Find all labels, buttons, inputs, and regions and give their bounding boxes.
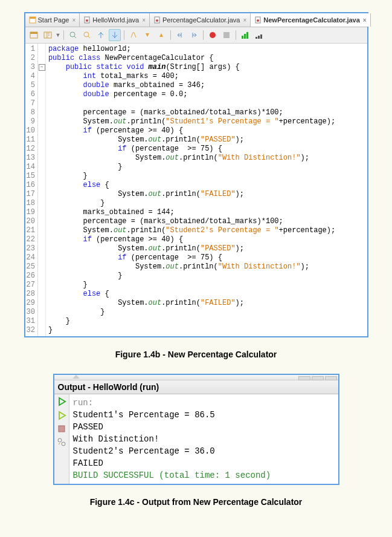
svg-rect-21 xyxy=(59,426,65,432)
close-icon[interactable]: × xyxy=(142,17,146,24)
svg-point-7 xyxy=(257,19,259,22)
zoom-back-icon[interactable] xyxy=(67,29,79,41)
line-gutter: 1234567891011121314151617181920212223242… xyxy=(25,44,38,336)
svg-point-5 xyxy=(156,19,158,22)
svg-point-3 xyxy=(86,19,88,22)
java-file-icon xyxy=(153,16,161,24)
selection-up-icon[interactable] xyxy=(155,29,167,41)
uncomment-icon[interactable] xyxy=(253,29,265,41)
dropdown-arrow-icon[interactable]: ▼ xyxy=(56,32,61,38)
svg-rect-16 xyxy=(244,34,246,39)
svg-point-13 xyxy=(210,32,216,38)
fold-column: − xyxy=(38,44,46,336)
output-line: With Distinction! xyxy=(73,433,335,445)
tab-percentagecalculator-java[interactable]: PercentageCalculator.java× xyxy=(150,13,251,27)
stop-macro-icon[interactable] xyxy=(220,29,233,41)
code-area: 1234567891011121314151617181920212223242… xyxy=(25,44,367,336)
svg-point-12 xyxy=(84,32,89,37)
rerun-alt-icon[interactable] xyxy=(57,411,66,422)
tab-label: PercentageCalculator.java xyxy=(162,16,240,24)
svg-rect-20 xyxy=(260,34,262,39)
svg-rect-1 xyxy=(30,17,36,19)
selection-down-icon[interactable] xyxy=(141,29,153,41)
output-text: run:Student1's Percentage = 86.5PASSEDWi… xyxy=(69,394,338,484)
editor-window: Start Page×HelloWorld.java×PercentageCal… xyxy=(24,12,368,337)
svg-rect-19 xyxy=(258,36,260,39)
prev-bookmark-icon[interactable] xyxy=(95,29,107,41)
tab-newpercentagecalculator-java[interactable]: NewPercentageCalculator.java× xyxy=(251,13,370,27)
tab-label: HelloWorld.java xyxy=(92,16,139,24)
output-line: BUILD SUCCESSFUL (total time: 1 second) xyxy=(73,469,335,481)
output-title: Output - HelloWorld (run) xyxy=(54,380,338,394)
tabstrip: Start Page×HelloWorld.java×PercentageCal… xyxy=(25,13,367,27)
source-code[interactable]: package helloworld; public class NewPerc… xyxy=(46,44,367,336)
svg-rect-15 xyxy=(242,36,243,39)
record-macro-icon[interactable] xyxy=(207,29,219,41)
output-line: Student2's Percentage = 36.0 xyxy=(73,445,335,457)
source-icon[interactable] xyxy=(28,29,40,41)
toggle-highlight-icon[interactable] xyxy=(127,29,140,41)
svg-rect-18 xyxy=(255,37,257,39)
output-side-icons xyxy=(54,394,69,484)
java-file-icon xyxy=(83,16,91,24)
comment-icon[interactable] xyxy=(239,29,251,41)
fold-toggle-icon[interactable]: − xyxy=(39,64,45,71)
output-line: FAILED xyxy=(73,457,335,469)
caption-1-4c: Figure 1.4c - Output from New Percentage… xyxy=(12,497,380,507)
settings-icon[interactable] xyxy=(57,437,66,449)
history-icon[interactable] xyxy=(42,29,54,41)
rerun-icon[interactable] xyxy=(57,397,66,408)
output-line: Student1's Percentage = 86.5 xyxy=(73,409,335,421)
java-file-icon xyxy=(254,16,262,24)
svg-rect-14 xyxy=(223,32,230,38)
svg-rect-17 xyxy=(246,32,248,39)
svg-point-11 xyxy=(70,32,75,37)
svg-rect-9 xyxy=(30,32,37,34)
editor-toolbar: ▼ xyxy=(25,27,367,44)
output-window: Output - HelloWorld (run) run:Student1's… xyxy=(53,374,339,485)
close-icon[interactable]: × xyxy=(72,17,76,24)
tab-label: NewPercentageCalculator.java xyxy=(263,16,360,24)
page-icon xyxy=(29,16,36,24)
shift-left-icon[interactable] xyxy=(174,29,186,41)
shift-right-icon[interactable] xyxy=(188,29,200,41)
tab-label: Start Page xyxy=(38,16,69,24)
tab-start-page[interactable]: Start Page× xyxy=(25,13,80,27)
svg-point-22 xyxy=(58,438,62,442)
close-icon[interactable]: × xyxy=(243,17,246,24)
output-line: run: xyxy=(73,397,335,409)
output-line: PASSED xyxy=(73,421,335,433)
zoom-fwd-icon[interactable] xyxy=(81,29,93,41)
next-bookmark-icon[interactable] xyxy=(109,29,121,41)
close-icon[interactable]: × xyxy=(363,17,367,24)
output-top-bar xyxy=(54,375,338,380)
caption-1-4b: Figure 1.4b - New Percentage Calculator xyxy=(12,350,380,359)
tab-helloworld-java[interactable]: HelloWorld.java× xyxy=(80,13,150,27)
svg-point-23 xyxy=(62,442,65,446)
stop-icon[interactable] xyxy=(57,425,66,435)
